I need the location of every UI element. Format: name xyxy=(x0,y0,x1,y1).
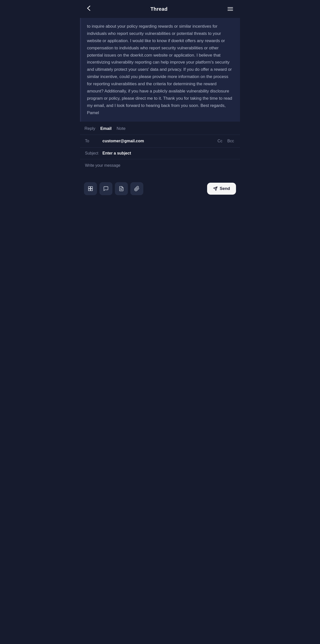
svg-rect-1 xyxy=(91,186,92,188)
compose-toolbar: Send xyxy=(80,179,240,200)
send-button[interactable]: Send xyxy=(207,183,236,195)
compose-area: To customer@gmail.com Cc Bcc Subject Ent… xyxy=(80,135,240,179)
message-body: to inquire about your policy regarding r… xyxy=(87,23,234,117)
cc-button[interactable]: Cc xyxy=(216,138,224,144)
to-value[interactable]: customer@gmail.com xyxy=(102,139,216,143)
svg-rect-2 xyxy=(88,189,90,190)
bcc-button[interactable]: Bcc xyxy=(226,138,235,144)
svg-rect-3 xyxy=(91,189,92,190)
send-icon xyxy=(213,186,218,191)
send-label: Send xyxy=(220,186,230,191)
subject-field-row: Subject Enter a subject xyxy=(80,148,240,159)
to-label: To xyxy=(85,139,102,143)
tab-note[interactable]: Note xyxy=(116,125,126,132)
back-button[interactable] xyxy=(85,4,92,14)
menu-line xyxy=(228,9,233,9)
cc-bcc-area: Cc Bcc xyxy=(216,138,235,144)
menu-button[interactable] xyxy=(226,6,235,12)
to-field-row: To customer@gmail.com Cc Bcc xyxy=(80,135,240,148)
header: Thread xyxy=(80,0,240,18)
menu-line xyxy=(228,7,233,8)
menu-line xyxy=(228,10,233,11)
tab-email[interactable]: Email xyxy=(100,125,112,132)
attachment-icon-button[interactable] xyxy=(130,182,143,195)
layout-icon-button[interactable] xyxy=(84,182,97,195)
subject-input[interactable]: Enter a subject xyxy=(102,151,131,156)
document-icon-button[interactable] xyxy=(115,182,128,195)
svg-rect-0 xyxy=(88,186,90,188)
message-placeholder: Write your message xyxy=(85,163,120,168)
message-input-area[interactable]: Write your message xyxy=(80,159,240,179)
reply-tabs-bar: Reply Email Note xyxy=(80,122,240,135)
chat-icon-button[interactable] xyxy=(100,182,112,195)
message-scroll-area: to inquire about your policy regarding r… xyxy=(80,18,240,122)
tab-reply[interactable]: Reply xyxy=(84,125,96,132)
subject-label: Subject xyxy=(85,151,102,156)
page-title: Thread xyxy=(150,6,168,12)
